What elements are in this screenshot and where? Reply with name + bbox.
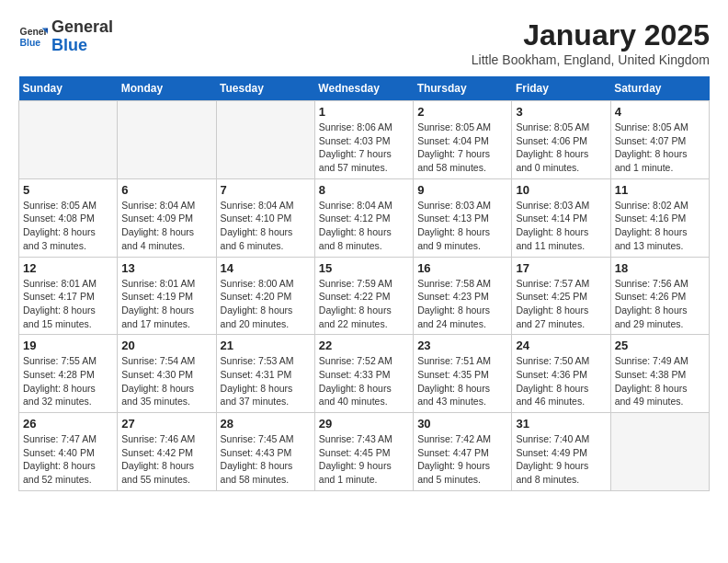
day-info: Sunrise: 8:01 AM Sunset: 4:17 PM Dayligh… bbox=[23, 277, 113, 331]
day-number: 6 bbox=[121, 183, 211, 197]
calendar-cell: 16Sunrise: 7:58 AM Sunset: 4:23 PM Dayli… bbox=[414, 257, 512, 335]
calendar-cell: 6Sunrise: 8:04 AM Sunset: 4:09 PM Daylig… bbox=[118, 178, 216, 257]
day-number: 27 bbox=[121, 417, 211, 431]
calendar-cell: 2Sunrise: 8:05 AM Sunset: 4:04 PM Daylig… bbox=[414, 101, 512, 179]
logo: General Blue General Blue bbox=[18, 18, 113, 55]
calendar-week-2: 5Sunrise: 8:05 AM Sunset: 4:08 PM Daylig… bbox=[19, 178, 710, 257]
day-number: 4 bbox=[615, 105, 705, 119]
calendar-week-4: 19Sunrise: 7:55 AM Sunset: 4:28 PM Dayli… bbox=[19, 335, 710, 413]
day-number: 24 bbox=[516, 339, 606, 352]
day-info: Sunrise: 7:43 AM Sunset: 4:45 PM Dayligh… bbox=[319, 432, 409, 487]
calendar-cell: 17Sunrise: 7:57 AM Sunset: 4:25 PM Dayli… bbox=[512, 257, 610, 335]
day-info: Sunrise: 8:04 AM Sunset: 4:09 PM Dayligh… bbox=[121, 199, 211, 253]
day-info: Sunrise: 7:50 AM Sunset: 4:36 PM Dayligh… bbox=[516, 354, 606, 408]
day-number: 20 bbox=[121, 339, 211, 352]
day-info: Sunrise: 8:00 AM Sunset: 4:20 PM Dayligh… bbox=[221, 277, 311, 331]
calendar-table: SundayMondayTuesdayWednesdayThursdayFrid… bbox=[18, 76, 710, 491]
title-area: January 2025 Little Bookham, England, Un… bbox=[472, 18, 710, 67]
col-header-tuesday: Tuesday bbox=[216, 76, 314, 101]
col-header-saturday: Saturday bbox=[610, 76, 709, 101]
header: General Blue General Blue January 2025 L… bbox=[18, 18, 710, 67]
calendar-cell: 25Sunrise: 7:49 AM Sunset: 4:38 PM Dayli… bbox=[610, 335, 709, 413]
day-info: Sunrise: 8:02 AM Sunset: 4:16 PM Dayligh… bbox=[615, 199, 705, 253]
day-number: 30 bbox=[417, 417, 507, 431]
day-info: Sunrise: 8:01 AM Sunset: 4:19 PM Dayligh… bbox=[121, 277, 211, 331]
day-info: Sunrise: 8:05 AM Sunset: 4:04 PM Dayligh… bbox=[417, 121, 507, 175]
calendar-title: January 2025 bbox=[472, 18, 710, 52]
calendar-cell bbox=[610, 413, 709, 491]
calendar-cell: 24Sunrise: 7:50 AM Sunset: 4:36 PM Dayli… bbox=[512, 335, 610, 413]
calendar-cell: 5Sunrise: 8:05 AM Sunset: 4:08 PM Daylig… bbox=[19, 178, 118, 257]
calendar-cell: 23Sunrise: 7:51 AM Sunset: 4:35 PM Dayli… bbox=[414, 335, 512, 413]
col-header-friday: Friday bbox=[512, 76, 610, 101]
day-info: Sunrise: 7:53 AM Sunset: 4:31 PM Dayligh… bbox=[221, 354, 311, 408]
calendar-cell: 10Sunrise: 8:03 AM Sunset: 4:14 PM Dayli… bbox=[512, 178, 610, 257]
calendar-cell: 12Sunrise: 8:01 AM Sunset: 4:17 PM Dayli… bbox=[19, 257, 118, 335]
day-info: Sunrise: 7:40 AM Sunset: 4:49 PM Dayligh… bbox=[516, 432, 606, 487]
calendar-cell: 14Sunrise: 8:00 AM Sunset: 4:20 PM Dayli… bbox=[216, 257, 314, 335]
calendar-cell: 31Sunrise: 7:40 AM Sunset: 4:49 PM Dayli… bbox=[512, 413, 610, 491]
day-number: 21 bbox=[221, 339, 311, 352]
calendar-cell: 19Sunrise: 7:55 AM Sunset: 4:28 PM Dayli… bbox=[19, 335, 118, 413]
calendar-cell: 4Sunrise: 8:05 AM Sunset: 4:07 PM Daylig… bbox=[610, 101, 709, 179]
calendar-header-row: SundayMondayTuesdayWednesdayThursdayFrid… bbox=[19, 76, 710, 101]
day-info: Sunrise: 8:06 AM Sunset: 4:03 PM Dayligh… bbox=[319, 121, 409, 175]
day-number: 19 bbox=[23, 339, 113, 352]
day-number: 3 bbox=[516, 105, 606, 119]
day-info: Sunrise: 7:42 AM Sunset: 4:47 PM Dayligh… bbox=[417, 432, 507, 487]
calendar-cell: 1Sunrise: 8:06 AM Sunset: 4:03 PM Daylig… bbox=[314, 101, 413, 179]
logo-wordmark: General Blue bbox=[51, 18, 113, 55]
col-header-wednesday: Wednesday bbox=[314, 76, 413, 101]
calendar-body: 1Sunrise: 8:06 AM Sunset: 4:03 PM Daylig… bbox=[19, 101, 710, 491]
day-info: Sunrise: 8:04 AM Sunset: 4:10 PM Dayligh… bbox=[221, 199, 311, 253]
day-number: 18 bbox=[615, 261, 705, 275]
day-number: 15 bbox=[319, 261, 409, 275]
calendar-week-3: 12Sunrise: 8:01 AM Sunset: 4:17 PM Dayli… bbox=[19, 257, 710, 335]
day-info: Sunrise: 7:49 AM Sunset: 4:38 PM Dayligh… bbox=[615, 354, 705, 408]
calendar-cell: 15Sunrise: 7:59 AM Sunset: 4:22 PM Dayli… bbox=[314, 257, 413, 335]
day-number: 5 bbox=[23, 183, 113, 197]
day-number: 26 bbox=[23, 417, 113, 431]
day-number: 10 bbox=[516, 183, 606, 197]
day-info: Sunrise: 7:45 AM Sunset: 4:43 PM Dayligh… bbox=[221, 432, 311, 487]
calendar-cell: 11Sunrise: 8:02 AM Sunset: 4:16 PM Dayli… bbox=[610, 178, 709, 257]
day-info: Sunrise: 7:51 AM Sunset: 4:35 PM Dayligh… bbox=[417, 354, 507, 408]
calendar-cell bbox=[118, 101, 216, 179]
day-info: Sunrise: 7:58 AM Sunset: 4:23 PM Dayligh… bbox=[417, 277, 507, 331]
day-number: 14 bbox=[221, 261, 311, 275]
day-number: 29 bbox=[319, 417, 409, 431]
col-header-thursday: Thursday bbox=[414, 76, 512, 101]
day-info: Sunrise: 7:59 AM Sunset: 4:22 PM Dayligh… bbox=[319, 277, 409, 331]
calendar-cell: 18Sunrise: 7:56 AM Sunset: 4:26 PM Dayli… bbox=[610, 257, 709, 335]
day-number: 17 bbox=[516, 261, 606, 275]
day-number: 2 bbox=[417, 105, 507, 119]
day-number: 12 bbox=[23, 261, 113, 275]
day-info: Sunrise: 7:54 AM Sunset: 4:30 PM Dayligh… bbox=[121, 354, 211, 408]
calendar-week-1: 1Sunrise: 8:06 AM Sunset: 4:03 PM Daylig… bbox=[19, 101, 710, 179]
calendar-cell: 26Sunrise: 7:47 AM Sunset: 4:40 PM Dayli… bbox=[19, 413, 118, 491]
day-number: 13 bbox=[121, 261, 211, 275]
col-header-monday: Monday bbox=[118, 76, 216, 101]
day-info: Sunrise: 7:57 AM Sunset: 4:25 PM Dayligh… bbox=[516, 277, 606, 331]
day-number: 31 bbox=[516, 417, 606, 431]
day-number: 11 bbox=[615, 183, 705, 197]
calendar-cell: 21Sunrise: 7:53 AM Sunset: 4:31 PM Dayli… bbox=[216, 335, 314, 413]
calendar-cell: 28Sunrise: 7:45 AM Sunset: 4:43 PM Dayli… bbox=[216, 413, 314, 491]
day-info: Sunrise: 7:52 AM Sunset: 4:33 PM Dayligh… bbox=[319, 354, 409, 408]
calendar-cell: 8Sunrise: 8:04 AM Sunset: 4:12 PM Daylig… bbox=[314, 178, 413, 257]
calendar-week-5: 26Sunrise: 7:47 AM Sunset: 4:40 PM Dayli… bbox=[19, 413, 710, 491]
day-number: 8 bbox=[319, 183, 409, 197]
day-info: Sunrise: 8:03 AM Sunset: 4:14 PM Dayligh… bbox=[516, 199, 606, 253]
calendar-subtitle: Little Bookham, England, United Kingdom bbox=[472, 52, 710, 67]
day-info: Sunrise: 8:03 AM Sunset: 4:13 PM Dayligh… bbox=[417, 199, 507, 253]
day-number: 7 bbox=[221, 183, 311, 197]
day-info: Sunrise: 8:05 AM Sunset: 4:06 PM Dayligh… bbox=[516, 121, 606, 175]
day-number: 22 bbox=[319, 339, 409, 352]
calendar-cell: 27Sunrise: 7:46 AM Sunset: 4:42 PM Dayli… bbox=[118, 413, 216, 491]
day-info: Sunrise: 7:47 AM Sunset: 4:40 PM Dayligh… bbox=[23, 432, 113, 487]
logo-icon: General Blue bbox=[18, 22, 48, 52]
calendar-cell: 3Sunrise: 8:05 AM Sunset: 4:06 PM Daylig… bbox=[512, 101, 610, 179]
col-header-sunday: Sunday bbox=[19, 76, 118, 101]
day-number: 28 bbox=[221, 417, 311, 431]
calendar-cell bbox=[216, 101, 314, 179]
